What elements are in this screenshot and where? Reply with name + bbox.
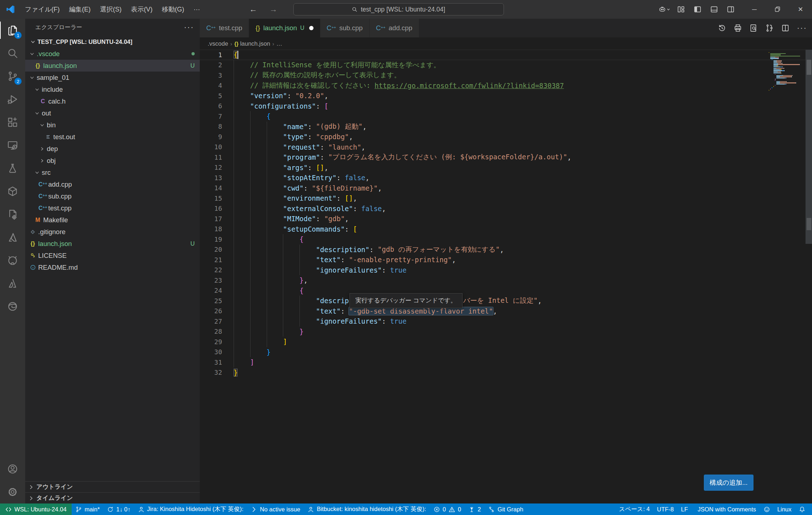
breadcrumb-item[interactable]: {} launch.json — [234, 40, 270, 47]
activitybar-search[interactable] — [0, 42, 25, 65]
code-line[interactable]: 27 "ignoreFailures": true — [200, 316, 812, 327]
tree-item-src[interactable]: src — [25, 167, 200, 178]
code-line[interactable]: 7 { — [200, 111, 812, 122]
status-item[interactable]: Bitbucket: kinoshita hidetoshi (木下 英俊): — [304, 503, 430, 515]
tree-item-test.out[interactable]: test.out — [25, 131, 200, 143]
status-item[interactable]: 1↓ 0↑ — [103, 503, 134, 515]
activitybar-source-control[interactable]: 2 — [0, 65, 25, 88]
tab-launch.json[interactable]: {} launch.json U — [249, 19, 320, 37]
status-item[interactable]: UTF-8 — [653, 503, 677, 515]
minimize-button[interactable]: ─ — [743, 0, 766, 19]
breadcrumb-item[interactable]: … — [276, 40, 283, 47]
copilot-button[interactable] — [657, 3, 672, 16]
breadcrumb-item[interactable]: .vscode — [208, 40, 228, 47]
tree-item-sample_01[interactable]: sample_01 — [25, 72, 200, 83]
code-line[interactable]: 5 "version": "0.2.0", — [200, 91, 812, 101]
status-item[interactable]: WSL: Ubuntu-24.04 — [0, 503, 72, 515]
status-item[interactable]: 00 — [430, 503, 465, 515]
code-line[interactable]: 11 "program": "プログラム名を入力してください (例: ${wor… — [200, 152, 812, 163]
activitybar-settings-gear[interactable] — [0, 480, 25, 503]
code-line[interactable]: 8 "name": "(gdb) 起動", — [200, 122, 812, 132]
code-line[interactable]: 18 "setupCommands": [ — [200, 224, 812, 234]
timeline-history-icon[interactable] — [718, 24, 726, 32]
activitybar-package[interactable] — [0, 180, 25, 203]
menu-item[interactable]: 編集(E) — [64, 3, 95, 16]
tree-item-include[interactable]: include — [25, 83, 200, 95]
tree-item-obj[interactable]: obj — [25, 155, 200, 167]
code-line[interactable]: 29 ] — [200, 337, 812, 347]
sidebar-section-アウトライン[interactable]: アウトライン — [25, 481, 200, 492]
menu-item[interactable]: ファイル(F) — [20, 3, 64, 16]
forward-button[interactable]: → — [268, 5, 279, 14]
modified-dot-icon[interactable] — [309, 26, 313, 30]
add-configuration-button[interactable]: 構成の追加... — [704, 475, 753, 491]
code-line[interactable]: 22 "ignoreFailures": true — [200, 265, 812, 275]
status-item[interactable]: JSON with Comments — [691, 503, 759, 515]
activitybar-cpp-tools[interactable] — [0, 203, 25, 226]
activitybar-remote-explorer[interactable] — [0, 134, 25, 157]
toggle-secondary-sidebar-icon[interactable] — [723, 3, 738, 16]
activitybar-azure[interactable] — [0, 226, 25, 249]
status-item[interactable]: スペース: 4 — [615, 503, 654, 515]
code-line[interactable]: 4 // 詳細情報は次を確認してください: https://go.microso… — [200, 81, 812, 91]
activitybar-run-debug[interactable] — [0, 88, 25, 111]
tree-item-launch.json[interactable]: {}launch.jsonU — [25, 60, 200, 72]
code-line[interactable]: 32 } — [200, 368, 812, 378]
tree-item-.gitignore[interactable]: .gitignore — [25, 226, 200, 238]
code-line[interactable]: 14 "cwd": "${fileDirname}", — [200, 183, 812, 193]
activitybar-github[interactable] — [0, 249, 25, 272]
code-line[interactable]: 31 ] — [200, 357, 812, 368]
tree-item-Makefile[interactable]: MMakefile — [25, 214, 200, 226]
tree-item-README.md[interactable]: README.md — [25, 261, 200, 273]
code-line[interactable]: 3 // 既存の属性の説明をホバーして表示します。 — [200, 70, 812, 81]
close-button[interactable]: ✕ — [789, 0, 812, 19]
tree-item-sub.cpp[interactable]: C++sub.cpp — [25, 190, 200, 202]
tree-item-LICENSE[interactable]: LICENSE — [25, 250, 200, 261]
toggle-primary-sidebar-icon[interactable] — [690, 3, 705, 16]
tab-sub.cpp[interactable]: C++ sub.cpp — [320, 19, 370, 37]
activitybar-explorer[interactable]: 1 — [0, 19, 25, 42]
scrollbar-thumb[interactable] — [807, 60, 811, 75]
activitybar-edge[interactable] — [0, 295, 25, 318]
tree-item-launch.json[interactable]: {}launch.jsonU — [25, 238, 200, 250]
explorer-more-actions-icon[interactable]: ··· — [184, 23, 194, 32]
status-item[interactable]: main* — [72, 503, 103, 515]
command-center-search[interactable]: test_cpp [WSL: Ubuntu-24.04] — [293, 3, 504, 15]
activitybar-atlassian[interactable] — [0, 272, 25, 295]
tree-item-bin[interactable]: bin — [25, 119, 200, 131]
code-editor[interactable]: 1 { 2 // IntelliSense を使用して利用可能な属性を学べます。… — [200, 50, 812, 503]
code-line[interactable]: 30 } — [200, 347, 812, 357]
code-line[interactable]: 1 { — [200, 50, 812, 60]
code-line[interactable]: 12 "args": [], — [200, 163, 812, 173]
tree-item-test.cpp[interactable]: C++test.cpp — [25, 202, 200, 214]
tree-item-.vscode[interactable]: .vscode — [25, 48, 200, 60]
sidebar-section-タイムライン[interactable]: タイムライン — [25, 492, 200, 503]
code-line[interactable]: 15 "environment": [], — [200, 193, 812, 204]
menu-item[interactable]: 表示(V) — [126, 3, 157, 16]
back-button[interactable]: ← — [248, 5, 259, 14]
code-line[interactable]: 16 "externalConsole": false, — [200, 204, 812, 214]
menu-item[interactable]: ··· — [189, 3, 205, 16]
editor-scrollbar[interactable] — [806, 50, 812, 244]
status-item[interactable]: LF — [677, 503, 691, 515]
status-item[interactable] — [795, 503, 809, 515]
restore-button[interactable] — [766, 0, 789, 19]
minimap[interactable] — [769, 50, 805, 91]
compare-changes-icon[interactable] — [765, 24, 774, 32]
code-line[interactable]: 20 "description": "gdb の再フォーマットを有効にする", — [200, 245, 812, 255]
code-line[interactable]: 28 } — [200, 327, 812, 337]
code-line[interactable]: 26 "text": "-gdb-set disassembly-flavor … — [200, 306, 812, 316]
customize-layout-icon[interactable] — [674, 3, 688, 16]
code-line[interactable]: 17 "MIMode": "gdb", — [200, 214, 812, 224]
code-line[interactable]: 6 "configurations": [ — [200, 101, 812, 111]
workspace-root-row[interactable]: TEST_CPP [WSL: UBUNTU-24.04] — [25, 36, 200, 48]
status-item[interactable]: No active issue — [247, 503, 304, 515]
tree-item-out[interactable]: out — [25, 107, 200, 119]
status-item[interactable]: Jira: Kinoshita Hidetoshi (木下 英俊): — [134, 503, 247, 515]
status-item[interactable]: Linux — [774, 503, 795, 515]
activitybar-testing[interactable] — [0, 157, 25, 180]
tab-add.cpp[interactable]: C++ add.cpp — [370, 19, 419, 37]
code-line[interactable]: 13 "stopAtEntry": false, — [200, 173, 812, 183]
menu-item[interactable]: 選択(S) — [95, 3, 126, 16]
status-item[interactable]: Git Graph — [484, 503, 527, 515]
